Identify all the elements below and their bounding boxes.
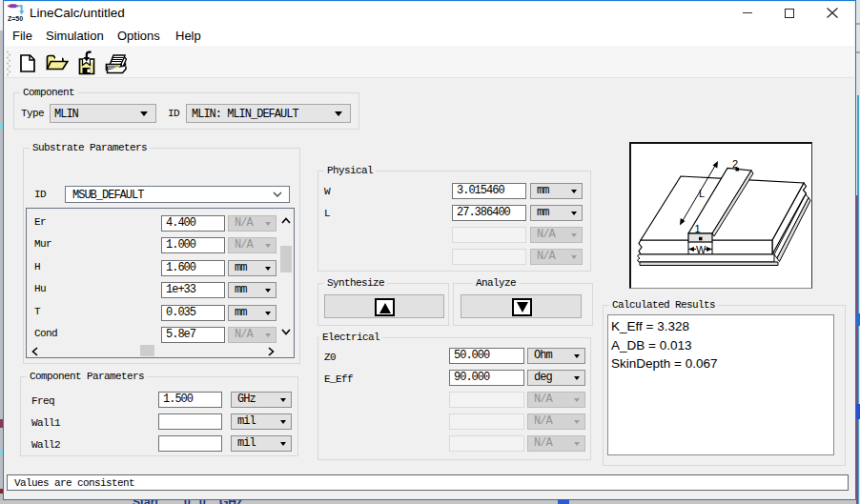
svg-text:Z=50: Z=50 [8, 15, 23, 22]
svg-text:1: 1 [695, 223, 701, 234]
svg-text:2: 2 [732, 158, 738, 170]
svg-text:W: W [696, 244, 706, 255]
svg-text:L: L [699, 188, 705, 199]
